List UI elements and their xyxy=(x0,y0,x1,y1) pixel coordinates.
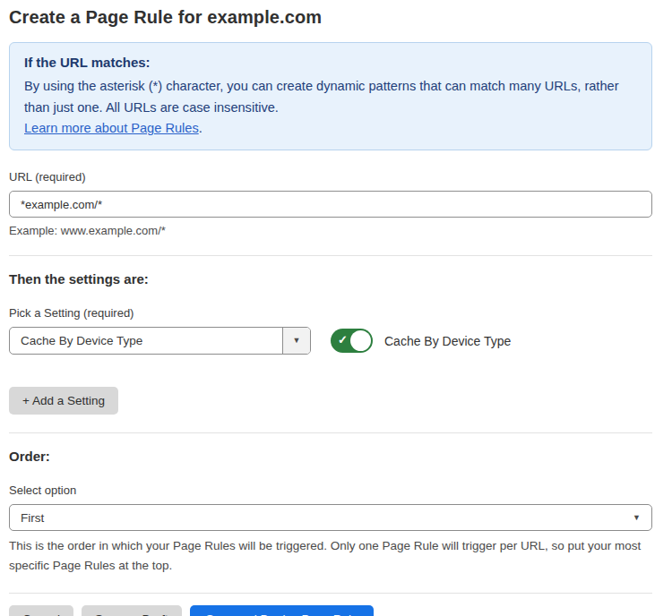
divider xyxy=(9,593,652,594)
settings-section-heading: Then the settings are: xyxy=(9,271,652,287)
divider xyxy=(9,255,652,256)
add-setting-button[interactable]: + Add a Setting xyxy=(9,387,118,415)
pick-setting-label: Pick a Setting (required) xyxy=(9,306,652,320)
setting-row: Cache By Device Type ▼ ✓ Cache By Device… xyxy=(9,327,652,355)
setting-select-arrow-box[interactable]: ▼ xyxy=(282,328,310,354)
cache-device-toggle[interactable]: ✓ xyxy=(331,329,373,353)
toggle-knob xyxy=(350,330,371,351)
url-input[interactable] xyxy=(9,191,652,218)
save-and-deploy-button[interactable]: Save and Deploy Page Rule xyxy=(190,605,375,616)
setting-select-value: Cache By Device Type xyxy=(10,328,282,354)
cancel-button[interactable]: Cancel xyxy=(9,605,73,616)
order-select-label: Select option xyxy=(9,483,652,497)
order-select-value: First xyxy=(21,511,44,525)
info-box-body: By using the asterisk (*) character, you… xyxy=(24,75,637,118)
info-box-heading: If the URL matches: xyxy=(24,55,637,70)
check-icon: ✓ xyxy=(338,333,348,347)
link-suffix: . xyxy=(199,121,202,135)
url-helper-text: Example: www.example.com/* xyxy=(9,224,652,237)
chevron-down-icon: ▼ xyxy=(293,337,301,345)
setting-select[interactable]: Cache By Device Type ▼ xyxy=(9,327,311,355)
divider xyxy=(9,432,652,433)
chevron-down-icon: ▼ xyxy=(633,514,641,522)
save-as-draft-button[interactable]: Save as Draft xyxy=(82,605,182,616)
order-select[interactable]: First ▼ xyxy=(9,504,652,531)
toggle-label: Cache By Device Type xyxy=(384,334,511,348)
url-match-info-box: If the URL matches: By using the asteris… xyxy=(9,42,652,150)
learn-more-link[interactable]: Learn more about Page Rules xyxy=(24,121,199,135)
page-title: Create a Page Rule for example.com xyxy=(9,7,652,28)
url-field-label: URL (required) xyxy=(9,170,652,184)
footer-actions: Cancel Save as Draft Save and Deploy Pag… xyxy=(9,605,652,616)
order-helper-text: This is the order in which your Page Rul… xyxy=(9,536,652,576)
order-section-heading: Order: xyxy=(9,449,652,464)
